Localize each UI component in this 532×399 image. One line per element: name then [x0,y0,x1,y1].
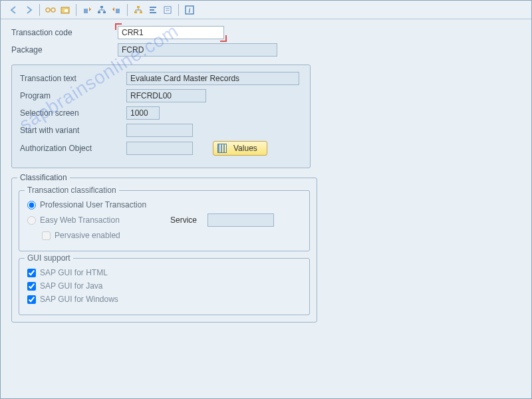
values-icon [217,144,227,153]
folder-tree-icon[interactable] [59,3,72,17]
align-left-icon[interactable] [146,3,160,17]
check-gui-win[interactable] [27,295,36,304]
check-gui-win-label: SAP GUI for Windows [40,295,118,304]
svg-rect-5 [84,9,88,13]
values-button-label: Values [233,144,257,153]
template-icon[interactable] [161,3,174,17]
toolbar: i [1,1,531,19]
tcode-label: Transaction code [11,28,118,37]
svg-rect-4 [65,9,68,12]
forward-icon[interactable] [22,3,35,17]
radio-easyweb[interactable] [27,216,36,225]
svg-text:i: i [189,7,191,14]
values-button[interactable]: Values [213,141,267,156]
export-icon[interactable] [80,3,94,17]
selscreen-label: Selection screen [20,108,126,118]
check-gui-html-label: SAP GUI for HTML [40,268,108,277]
gui-support-title: GUI support [25,253,73,263]
svg-rect-24 [164,7,171,13]
toolbar-divider [178,4,179,16]
trans-class-group: Transaction classification Professional … [19,190,310,251]
package-input[interactable] [118,43,277,57]
svg-rect-14 [137,6,140,8]
svg-rect-7 [98,11,100,13]
authobj-input[interactable] [126,142,193,155]
classification-group: Classification Transaction classificatio… [11,178,317,323]
back-icon[interactable] [7,3,21,17]
toolbar-divider [127,4,128,16]
trans-class-title: Transaction classification [25,186,119,195]
package-label: Package [11,45,118,55]
svg-point-1 [51,8,55,12]
program-label: Program [20,91,126,100]
radio-easyweb-label: Easy Web Transaction [40,215,166,225]
classification-title: Classification [17,173,70,182]
org-icon[interactable] [132,3,145,17]
check-gui-java-label: SAP GUI for Java [40,281,102,291]
variant-label: Start with variant [20,126,126,135]
selscreen-input[interactable] [126,106,160,120]
detail-group: Transaction text Program Selection scree… [11,65,311,168]
svg-rect-6 [100,6,103,8]
svg-rect-15 [134,11,137,13]
svg-rect-13 [116,9,120,13]
ttext-label: Transaction text [20,74,126,83]
tcode-input[interactable] [118,26,224,39]
check-pervasive[interactable] [42,231,51,240]
glasses-icon[interactable] [44,3,57,17]
hierarchy-icon[interactable] [95,3,108,17]
gui-support-group: GUI support SAP GUI for HTML SAP GUI for… [19,258,310,315]
toolbar-divider [76,4,76,16]
check-gui-java[interactable] [27,282,36,291]
program-input[interactable] [126,89,206,102]
radio-professional-label: Professional User Transaction [40,200,146,209]
variant-input[interactable] [126,124,193,137]
authobj-label: Authorization Object [20,144,126,153]
ttext-input[interactable] [126,72,299,85]
service-input[interactable] [207,213,274,227]
radio-professional[interactable] [27,201,36,209]
check-pervasive-label: Pervasive enabled [55,231,120,240]
toolbar-divider [39,4,40,16]
svg-rect-8 [103,11,106,13]
info-icon[interactable]: i [183,3,196,17]
import-icon[interactable] [110,3,123,17]
service-label: Service [170,215,197,225]
svg-point-0 [46,8,50,12]
svg-rect-16 [140,11,142,13]
check-gui-html[interactable] [27,269,36,277]
